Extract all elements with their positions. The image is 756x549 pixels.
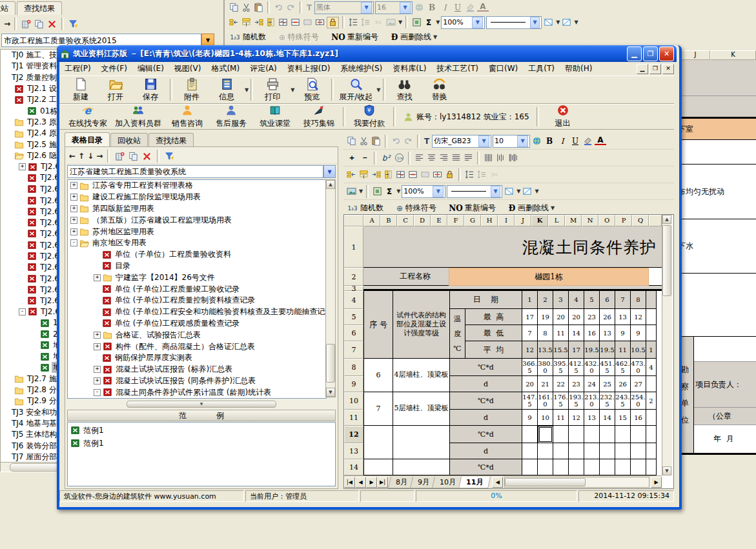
dropdown-arrow-icon[interactable]: ▼	[433, 186, 444, 197]
service-button-加入资料员群[interactable]: 加入资料员群	[111, 105, 165, 129]
sheet-corner[interactable]	[344, 215, 363, 226]
catalog-tree-scrollbar[interactable]: ▲ ▼	[325, 179, 336, 397]
avg-value-2[interactable]: 13.5	[538, 341, 553, 359]
day-header-cut[interactable]	[646, 291, 657, 309]
tree-item[interactable]: +混凝土试块试压报告 (标养)汇总表	[68, 364, 326, 375]
row-header-8[interactable]: 8	[344, 359, 363, 376]
group-d-value-2-2[interactable]	[538, 443, 553, 459]
service-button-我要付款[interactable]: ¥我要付款	[347, 105, 391, 129]
avg-value-6[interactable]: 19.5	[600, 341, 615, 359]
group-seq-2[interactable]	[363, 426, 393, 459]
close-button[interactable]: ✕	[659, 46, 674, 61]
group-cd-value-2-3[interactable]	[553, 426, 569, 443]
group-cd-value-0-6[interactable]: 451.5	[600, 359, 615, 376]
dropdown-arrow-icon[interactable]: ▼	[478, 135, 489, 147]
row-header-13[interactable]: 13	[344, 443, 363, 459]
catalog-scrollbar-thumb[interactable]	[326, 344, 335, 383]
group-cd-label-1[interactable]: ℃*d	[450, 392, 522, 410]
tab-表格目录[interactable]: 表格目录	[65, 132, 110, 146]
dropdown-arrow-icon[interactable]: ▼	[551, 205, 555, 211]
group-cd-value-2-6[interactable]	[600, 426, 615, 443]
group-d-value-0-5[interactable]: 24	[584, 376, 600, 392]
day-header-8[interactable]: 8	[631, 291, 646, 309]
min-value-7[interactable]: 9	[615, 325, 631, 341]
bg-tab-查找结果[interactable]: 查找结果	[17, 1, 62, 15]
minimize-button[interactable]: ▁	[627, 46, 642, 61]
group-d-label-1[interactable]: d	[450, 410, 522, 426]
special-symbol-icon[interactable]: ⊕	[395, 204, 404, 213]
move-up-icon[interactable]: ↑	[78, 152, 85, 161]
tree-item[interactable]: -南京地区专用表	[68, 237, 326, 249]
expand-icon[interactable]: +	[94, 377, 101, 384]
group-cd-value-2-4[interactable]	[569, 426, 584, 443]
font-color-button[interactable]: A	[595, 137, 606, 145]
max-value-1[interactable]: 17	[522, 309, 538, 325]
day-header-1[interactable]: 1	[522, 291, 538, 309]
toolbar-button-替换[interactable]: 替换	[422, 76, 457, 103]
last-cd-value-4[interactable]	[569, 459, 584, 475]
avg-value-7[interactable]: 11	[615, 341, 631, 359]
service-button-技巧集锦[interactable]: 技巧集锦	[297, 105, 341, 129]
row-header-9[interactable]: 9	[344, 376, 363, 392]
bg-cell-gray1[interactable]	[677, 60, 756, 96]
remove-button[interactable]: －	[359, 152, 371, 163]
group-part-0[interactable]: 4层墙柱、顶梁板	[393, 359, 450, 392]
bg-cell-empty1[interactable]	[677, 140, 756, 165]
group-d-value-0-8[interactable]: 27	[631, 376, 646, 392]
spacer-row[interactable]	[363, 286, 662, 291]
group-d-label-2[interactable]: d	[450, 443, 522, 459]
group-d-value-0-7[interactable]: 26	[615, 376, 631, 392]
dropdown-arrow-icon[interactable]: ▼	[530, 17, 540, 28]
project-name-label[interactable]: 工程名称	[382, 268, 449, 286]
menu-item-0[interactable]: 工程(P)	[59, 62, 96, 75]
toolbar-button-打印[interactable]: 打印	[255, 76, 290, 103]
menu-item-8[interactable]: 资料库(L)	[387, 62, 431, 75]
date-header[interactable]: 日 期	[450, 291, 522, 309]
tree-item[interactable]: +宁建监字【2014】26号文件	[68, 272, 326, 283]
column-header-E[interactable]: E	[431, 215, 447, 226]
group-seq-1[interactable]: 7	[363, 392, 393, 426]
example-item[interactable]: 范例1	[68, 424, 335, 437]
expand-icon[interactable]: +	[94, 332, 101, 339]
max-value-5[interactable]: 23	[584, 309, 600, 325]
group-d-value-1-8[interactable]: 16	[631, 410, 646, 426]
avg-value-4[interactable]: 17	[569, 341, 584, 359]
renumber-icon[interactable]: NO	[448, 204, 464, 213]
row-header-6[interactable]: 6	[344, 325, 363, 341]
group-d-value-0-2[interactable]: 21	[538, 376, 553, 392]
max-cut[interactable]	[646, 309, 657, 325]
min-value-4[interactable]: 14	[569, 325, 584, 341]
toolbar-button-预览[interactable]: 预览	[294, 76, 329, 103]
expand-icon[interactable]: +	[94, 274, 101, 281]
menu-item-10[interactable]: 窗口(W)	[484, 62, 523, 75]
toolbar-button-保存[interactable]: 保存	[133, 76, 168, 103]
bg-cell-empty2[interactable]	[677, 274, 756, 337]
toolbar-button-打开[interactable]: 打开	[98, 76, 133, 103]
italic-button[interactable]: I	[439, 3, 451, 12]
bg-leader-cell[interactable]: 项目负责人：	[694, 362, 756, 408]
group-d-cut-1[interactable]	[646, 410, 657, 426]
group-d-value-1-6[interactable]: 14	[600, 410, 615, 426]
scroll-down-icon[interactable]: ▼	[326, 388, 335, 397]
dropdown-arrow-icon[interactable]: ▼	[516, 188, 520, 194]
italic-button[interactable]: I	[557, 137, 568, 146]
add-button[interactable]: ＋	[346, 152, 358, 163]
last-cd-value-1[interactable]	[522, 459, 538, 475]
tabbar-hscrollbar-thumb[interactable]	[505, 478, 585, 486]
day-header-3[interactable]: 3	[553, 291, 569, 309]
group-cd-label-0[interactable]: ℃*d	[450, 359, 522, 376]
seq-header[interactable]: 序 号	[363, 291, 393, 359]
column-header-L[interactable]: L	[548, 215, 565, 226]
strike-line-icon[interactable]: Đ	[390, 33, 399, 42]
max-label[interactable]: 最 高	[465, 309, 522, 325]
group-d-value-2-5[interactable]	[584, 443, 600, 459]
group-d-cut-2[interactable]	[646, 443, 657, 459]
last-cd-value-5[interactable]	[584, 459, 600, 475]
service-button-在线找专家[interactable]: e在线找专家	[65, 105, 111, 129]
group-cd-value-1-6[interactable]: 232.5	[600, 392, 615, 410]
min-label[interactable]: 最 低	[465, 325, 522, 341]
row-header-1[interactable]: 1	[344, 226, 363, 268]
special-symbol-icon[interactable]: ⊕	[278, 33, 287, 42]
sheet-grid[interactable]: 混凝土同条件养护工程名称樾园1栋序 号试件代表的结构部位及混凝土设计强度等级日 …	[363, 226, 662, 475]
toolbar-button-信息[interactable]: 信息	[209, 76, 244, 103]
